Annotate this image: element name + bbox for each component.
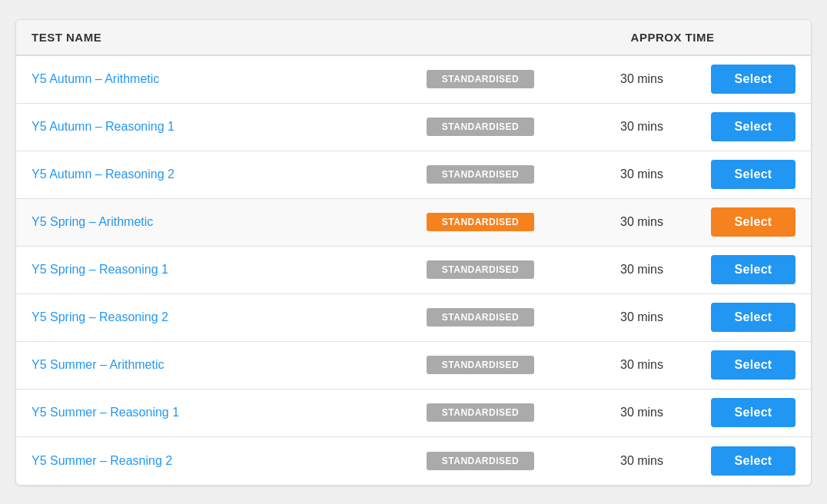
standardised-badge: STANDARDISED: [427, 260, 534, 279]
table-header: TEST NAME APPROX TIME: [16, 20, 811, 56]
table-row: Y5 Spring – ArithmeticSTANDARDISED30 min…: [16, 199, 811, 247]
test-name-link[interactable]: Y5 Summer – Reasoning 1: [32, 406, 427, 419]
standardised-badge: STANDARDISED: [427, 452, 534, 470]
test-name-link[interactable]: Y5 Summer – Reasning 2: [32, 454, 427, 468]
table-row: Y5 Summer – Reasoning 1STANDARDISED30 mi…: [16, 390, 811, 437]
test-name-link[interactable]: Y5 Autumn – Reasoning 2: [32, 167, 427, 181]
select-button[interactable]: Select: [711, 303, 795, 332]
approx-time: 30 mins: [596, 263, 688, 277]
row-right-section: 30 minsSelect: [534, 398, 795, 427]
table-row: Y5 Autumn – Reasoning 2STANDARDISED30 mi…: [16, 151, 811, 199]
row-right-section: 30 minsSelect: [534, 207, 795, 237]
test-name-link[interactable]: Y5 Autumn – Reasoning 1: [32, 120, 427, 134]
row-right-section: 30 minsSelect: [534, 446, 795, 476]
select-button[interactable]: Select: [711, 255, 795, 284]
table-row: Y5 Spring – Reasoning 1STANDARDISED30 mi…: [16, 247, 811, 294]
approx-time: 30 mins: [596, 406, 688, 419]
table-row: Y5 Summer – ArithmeticSTANDARDISED30 min…: [16, 342, 811, 390]
table-body: Y5 Autumn – ArithmeticSTANDARDISED30 min…: [16, 56, 811, 485]
approx-time: 30 mins: [596, 120, 688, 134]
select-button[interactable]: Select: [711, 65, 795, 94]
row-right-section: 30 minsSelect: [534, 160, 795, 189]
row-right-section: 30 minsSelect: [534, 112, 795, 141]
standardised-badge: STANDARDISED: [427, 308, 534, 327]
test-name-link[interactable]: Y5 Spring – Reasoning 1: [32, 263, 427, 277]
select-button[interactable]: Select: [711, 446, 795, 476]
standardised-badge: STANDARDISED: [427, 165, 534, 184]
row-right-section: 30 minsSelect: [534, 303, 795, 332]
standardised-badge: STANDARDISED: [427, 213, 534, 231]
select-button[interactable]: Select: [711, 207, 795, 237]
header-approx-time: APPROX TIME: [550, 31, 795, 44]
standardised-badge: STANDARDISED: [427, 70, 534, 88]
test-name-link[interactable]: Y5 Spring – Arithmetic: [32, 215, 427, 229]
header-test-name: TEST NAME: [32, 31, 550, 44]
test-table: TEST NAME APPROX TIME Y5 Autumn – Arithm…: [15, 19, 812, 486]
approx-time: 30 mins: [596, 310, 688, 324]
table-row: Y5 Spring – Reasoning 2STANDARDISED30 mi…: [16, 294, 811, 342]
standardised-badge: STANDARDISED: [427, 118, 534, 136]
table-row: Y5 Autumn – Reasoning 1STANDARDISED30 mi…: [16, 104, 811, 151]
select-button[interactable]: Select: [711, 398, 795, 427]
select-button[interactable]: Select: [711, 112, 795, 141]
row-right-section: 30 minsSelect: [534, 350, 795, 380]
row-right-section: 30 minsSelect: [534, 255, 795, 284]
approx-time: 30 mins: [596, 358, 688, 372]
table-row: Y5 Summer – Reasning 2STANDARDISED30 min…: [16, 437, 811, 485]
approx-time: 30 mins: [596, 454, 688, 468]
approx-time: 30 mins: [596, 215, 688, 229]
table-row: Y5 Autumn – ArithmeticSTANDARDISED30 min…: [16, 56, 811, 104]
approx-time: 30 mins: [596, 72, 688, 86]
test-name-link[interactable]: Y5 Spring – Reasoning 2: [32, 310, 427, 324]
test-name-link[interactable]: Y5 Summer – Arithmetic: [32, 358, 427, 372]
standardised-badge: STANDARDISED: [427, 356, 534, 374]
approx-time: 30 mins: [596, 167, 688, 181]
select-button[interactable]: Select: [711, 350, 795, 380]
test-name-link[interactable]: Y5 Autumn – Arithmetic: [32, 72, 427, 86]
select-button[interactable]: Select: [711, 160, 795, 189]
row-right-section: 30 minsSelect: [534, 65, 795, 94]
standardised-badge: STANDARDISED: [427, 403, 534, 422]
